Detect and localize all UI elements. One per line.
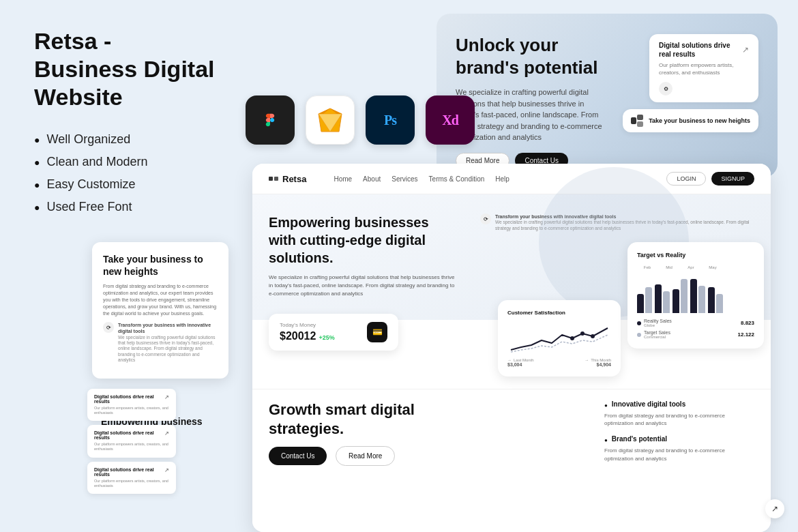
target-legend: Reality Sales Globe 8.823 Target Sales C… <box>637 319 754 339</box>
nav-actions: LOGIN SIGNUP <box>666 172 754 186</box>
feature-item-4: Used Free Font <box>34 200 218 214</box>
hero-card-side: Digital solutions drive real results ↗ O… <box>623 34 758 132</box>
nav-links: Home About Services Terms & Condition He… <box>334 175 653 183</box>
hero-main-title: Empowering businesses with cutting-edge … <box>269 213 460 267</box>
photoshop-icon: Ps <box>366 95 415 145</box>
mini-card-2: Digital solutions drive real results ↗ O… <box>87 425 176 457</box>
feature-list: Well Organized Clean and Modern Easy Cus… <box>34 132 218 214</box>
tools-row: Ps Xd <box>246 95 475 145</box>
nav-about[interactable]: About <box>363 175 381 183</box>
hero-feature-icon: ⟳ <box>480 213 491 224</box>
mini-card-3: Digital solutions drive real results ↗ O… <box>87 462 176 494</box>
corner-arrow-button[interactable]: ↗ <box>765 499 784 518</box>
satisfaction-card: Customer Satisfaction → Last Month $3,00… <box>498 300 621 376</box>
growth-title: Growth smart digital strategies. <box>269 400 591 438</box>
mini-card-1: Digital solutions drive real results ↗ O… <box>87 389 176 421</box>
svg-point-7 <box>570 336 574 340</box>
svg-point-8 <box>580 331 585 336</box>
legend-target: Target Sales Commercial 12.122 <box>637 330 754 339</box>
left-preview-card: Take your business to new heights From d… <box>92 242 228 379</box>
figma-icon <box>246 95 295 145</box>
feature-icon: ⟳ <box>103 322 114 333</box>
nav-help[interactable]: Help <box>495 175 509 183</box>
take-biz-badge: Take your business to new heights <box>623 109 758 132</box>
month-labels: → Last Month $3,004 → This Month $4,904 <box>507 358 611 367</box>
svg-rect-4 <box>631 117 636 124</box>
svg-rect-5 <box>637 115 643 120</box>
signup-button[interactable]: SIGNUP <box>711 172 754 186</box>
money-icon: 💳 <box>367 322 387 342</box>
hero-card: Unlock your brand's potential We special… <box>437 14 778 177</box>
hero-left: Empowering businesses with cutting-edge … <box>269 213 460 306</box>
target-card: Target vs Reality Feb Mid Apr May <box>627 242 764 349</box>
feature-item-2: Clean and Modern <box>34 155 218 169</box>
bottom-left: Growth smart digital strategies. Contact… <box>269 400 591 521</box>
sketch-icon <box>306 95 355 145</box>
contact-us-button[interactable]: Contact Us <box>269 447 327 465</box>
bullet-item-1: ● Innovative digital tools From digital … <box>604 400 754 427</box>
side-card-1: Digital solutions drive real results ↗ O… <box>649 34 758 102</box>
login-button[interactable]: LOGIN <box>666 172 706 186</box>
bar-chart-labels: Feb Mid Apr May <box>637 265 723 269</box>
nav-home[interactable]: Home <box>334 175 352 183</box>
nav-services[interactable]: Services <box>391 175 417 183</box>
feature-item-3: Easy Customize <box>34 177 218 192</box>
card-icon: ⚙ <box>659 82 673 95</box>
legend-reality: Reality Sales Globe 8.823 <box>637 319 754 327</box>
hero-card-text: Unlock your brand's potential We special… <box>456 34 609 168</box>
preview-card-feature: ⟳ Transform your business with innovativ… <box>103 322 218 363</box>
bar-chart <box>637 272 754 313</box>
bullet-item-2: ● Brand's potential From digital strateg… <box>604 435 754 462</box>
svg-rect-6 <box>637 121 643 127</box>
nav-logo: Retsa <box>269 174 306 184</box>
xd-icon: Xd <box>426 95 475 145</box>
page-title: Retsa - Business Digital Website <box>34 27 218 110</box>
feature-item-1: Well Organized <box>34 132 218 147</box>
nav-terms[interactable]: Terms & Condition <box>429 175 485 183</box>
money-card-preview: Today's Money $20012 +25% 💳 <box>269 314 398 351</box>
bottom-section: Growth smart digital strategies. Contact… <box>252 389 771 532</box>
svg-point-9 <box>591 334 595 338</box>
bottom-right: ● Innovative digital tools From digital … <box>604 400 754 521</box>
sparkline <box>507 321 611 355</box>
hero-card-desc: We specialize in crafting powerful digit… <box>456 87 609 143</box>
hero-card-title: Unlock your brand's potential <box>456 34 609 78</box>
mini-cards-stack: Digital solutions drive real results ↗ O… <box>87 389 176 494</box>
read-more-button[interactable]: Read More <box>336 446 395 466</box>
nav-bar: Retsa Home About Services Terms & Condit… <box>252 164 771 194</box>
